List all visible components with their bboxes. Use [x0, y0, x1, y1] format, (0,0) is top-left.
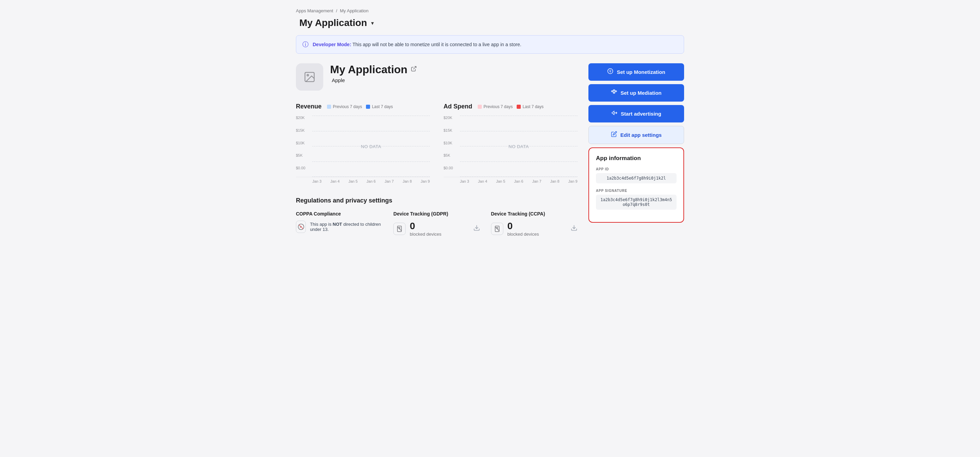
app-platform: Apple [330, 77, 417, 83]
app-header-title: My Application [299, 18, 367, 29]
adspend-y-labels: $20K $15K $10K $5K $0.00 [444, 116, 458, 170]
svg-marker-23 [612, 111, 614, 115]
svg-point-1 [307, 75, 309, 76]
advertising-icon [611, 110, 617, 118]
developer-mode-banner: ⓘ Developer Mode: This app will not be a… [296, 35, 684, 54]
svg-line-19 [613, 90, 613, 91]
revenue-chart-inner: NO DATA [312, 116, 430, 177]
content-right: Set up Monetization Set up [589, 63, 684, 237]
svg-rect-15 [612, 91, 613, 92]
charts-section: Revenue Previous 7 days Last 7 days [296, 103, 578, 183]
revenue-prev-label: Previous 7 days [333, 104, 362, 109]
ccpa-download-icon[interactable] [571, 224, 578, 233]
revenue-chart: Revenue Previous 7 days Last 7 days [296, 103, 430, 183]
app-id-value: 1a2b3c4d5e6f7g8h9i0j1k2l [596, 173, 676, 183]
revenue-legend: Previous 7 days Last 7 days [327, 104, 393, 109]
app-icon-placeholder [296, 63, 323, 91]
revenue-prev-dot [327, 105, 331, 109]
svg-rect-18 [615, 91, 617, 92]
gdpr-content: 0 blocked devices [393, 221, 480, 237]
revenue-last-label: Last 7 days [372, 104, 393, 109]
adspend-x-labels: Jan 3 Jan 4 Jan 5 Jan 6 Jan 7 Jan 8 Jan … [444, 177, 578, 183]
edit-icon [611, 131, 617, 139]
breadcrumb: Apps Management / My Application [296, 8, 684, 13]
revenue-y-labels: $20K $15K $10K $5K $0.00 [296, 116, 311, 170]
app-information-card-title: App information [596, 155, 676, 162]
ccpa-content: 0 blocked devices [491, 221, 578, 237]
breadcrumb-separator: / [336, 8, 337, 13]
adspend-legend-last: Last 7 days [517, 104, 543, 109]
ccpa-device-icon [491, 223, 503, 235]
regulations-section: Regulations and privacy settings COPPA C… [296, 197, 578, 237]
monetization-label: Set up Monetization [617, 69, 665, 75]
app-name-row: My Application [330, 63, 417, 76]
coppa-content: This app is NOT directed to children und… [296, 221, 382, 233]
mediation-icon [611, 89, 617, 97]
chevron-down-icon[interactable]: ▾ [371, 20, 374, 26]
adspend-prev-dot [478, 105, 482, 109]
external-link-icon[interactable] [411, 66, 417, 74]
regulations-grid: COPPA Compliance This app is NOT di [296, 211, 578, 237]
adspend-legend-prev: Previous 7 days [478, 104, 512, 109]
breadcrumb-current: My Application [340, 8, 369, 13]
gdpr-device-icon [393, 223, 406, 235]
svg-rect-16 [613, 89, 615, 91]
gdpr-title: Device Tracking (GDPR) [393, 211, 480, 217]
adspend-chart-title-row: Ad Spend Previous 7 days Last 7 days [444, 103, 578, 110]
gdpr-download-icon[interactable] [473, 224, 480, 233]
svg-line-22 [615, 91, 615, 93]
app-header: My Application ▾ [296, 18, 684, 29]
revenue-chart-title-row: Revenue Previous 7 days Last 7 days [296, 103, 430, 110]
svg-line-20 [613, 91, 613, 93]
regulations-title: Regulations and privacy settings [296, 197, 578, 204]
adspend-chart-area: $20K $15K $10K $5K $0.00 [444, 116, 578, 177]
ccpa-title: Device Tracking (CCPA) [491, 211, 578, 217]
main-content: My Application Apple [296, 63, 684, 237]
svg-line-3 [299, 225, 303, 229]
app-name: My Application [330, 63, 407, 76]
adspend-last-dot [517, 105, 521, 109]
revenue-last-dot [366, 105, 370, 109]
start-advertising-button[interactable]: Start advertising [589, 105, 684, 123]
coppa-icon [296, 221, 306, 233]
revenue-legend-last: Last 7 days [366, 104, 393, 109]
app-signature-field: APP SIGNATURE 1a2b3c4d5e6f7g8h9i0j1k2l3m… [596, 189, 676, 210]
info-icon: ⓘ [302, 40, 309, 49]
app-id-label: APP ID [596, 167, 676, 171]
revenue-legend-prev: Previous 7 days [327, 104, 362, 109]
content-left: My Application Apple [296, 63, 578, 237]
gdpr-count: 0 [410, 221, 441, 232]
mediation-label: Set up Mediation [620, 90, 662, 96]
set-up-mediation-button[interactable]: Set up Mediation [589, 84, 684, 102]
edit-app-settings-button[interactable]: Edit app settings [589, 126, 684, 144]
breadcrumb-parent[interactable]: Apps Management [296, 8, 333, 13]
coppa-title: COPPA Compliance [296, 211, 382, 217]
ccpa-item: Device Tracking (CCPA) [491, 211, 578, 237]
revenue-chart-title: Revenue [296, 103, 321, 110]
app-info-header: My Application Apple [296, 63, 578, 91]
adspend-chart-inner: NO DATA [460, 116, 578, 177]
ccpa-label: blocked devices [508, 232, 539, 237]
dev-mode-text: Developer Mode: This app will not be abl… [313, 42, 522, 47]
ccpa-count: 0 [508, 221, 539, 232]
app-information-card: App information APP ID 1a2b3c4d5e6f7g8h9… [589, 147, 684, 223]
gdpr-label: blocked devices [410, 232, 441, 237]
coppa-text: This app is NOT directed to children und… [310, 222, 382, 232]
edit-settings-label: Edit app settings [620, 132, 662, 138]
app-name-section: My Application Apple [330, 63, 417, 83]
adspend-last-label: Last 7 days [522, 104, 543, 109]
adspend-chart-title: Ad Spend [444, 103, 472, 110]
app-signature-label: APP SIGNATURE [596, 189, 676, 193]
svg-rect-17 [613, 93, 615, 93]
svg-line-21 [615, 90, 615, 91]
adspend-legend: Previous 7 days Last 7 days [478, 104, 544, 109]
monetization-icon [607, 68, 613, 76]
revenue-no-data: NO DATA [361, 144, 381, 149]
svg-line-2 [414, 66, 416, 69]
adspend-no-data: NO DATA [509, 144, 528, 149]
dev-mode-strong: Developer Mode: [313, 42, 351, 47]
set-up-monetization-button[interactable]: Set up Monetization [589, 63, 684, 81]
app-id-field: APP ID 1a2b3c4d5e6f7g8h9i0j1k2l [596, 167, 676, 183]
gdpr-item: Device Tracking (GDPR) [393, 211, 480, 237]
adspend-prev-label: Previous 7 days [484, 104, 512, 109]
